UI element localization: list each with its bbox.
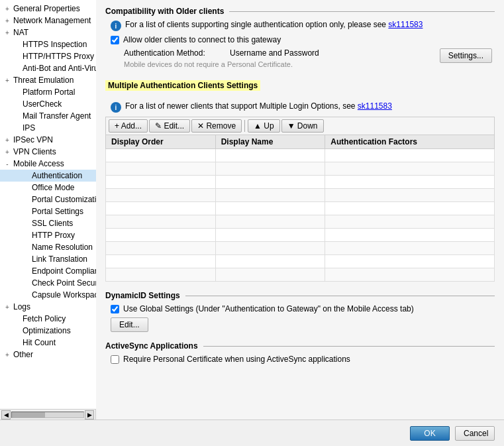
bottom-bar: OK Cancel [0,419,504,446]
dynamicid-section: DynamicID Settings Use Global Settings (… [105,291,495,332]
table-row [106,162,495,176]
edit-button[interactable]: ✎ Edit... [149,119,190,133]
col-display-order: Display Order [106,135,216,149]
sidebar-item-name-resolution[interactable]: Name Resolution [0,241,96,253]
auth-method-row: Authentication Method: Username and Pass… [105,48,319,58]
sidebar-item-platform-portal[interactable]: Platform Portal [0,86,96,98]
sidebar-item-ipsec-vpn[interactable]: + IPSec VPN [0,134,96,146]
activesync-section: ActiveSync Applications Require Personal… [105,341,495,364]
sidebar-item-ssl-clients[interactable]: SSL Clients [0,217,96,229]
sidebar-item-threat-emulation[interactable]: + Threat Emulation [0,74,96,86]
info-icon-2: i [111,102,121,113]
scroll-track[interactable] [11,412,84,418]
table-row [106,268,495,282]
require-personal-cert-row: Require Personal Certificate when using … [105,355,495,364]
col-auth-factors: Authentication Factors [325,135,495,149]
sidebar-item-portal-customization[interactable]: Portal Customization [0,194,96,205]
sidebar-item-capsule-workspace[interactable]: Capsule Workspac... [0,289,96,301]
sidebar-item-ips[interactable]: IPS [0,122,96,134]
info-icon-1: i [111,21,121,31]
toolbar-separator [244,120,245,132]
table-row [106,149,495,162]
scroll-left-arrow[interactable]: ◀ [1,410,11,419]
dynamicid-title: DynamicID Settings [105,291,495,300]
sidebar-item-checkpoint-secure[interactable]: Check Point Secur... [0,277,96,289]
expander-icon: + [3,76,12,85]
sidebar-item-antibot[interactable]: Anti-Bot and Anti-Virus [0,62,96,74]
sidebar-item-http-proxy[interactable]: HTTP Proxy [0,229,96,241]
sidebar-item-network-mgmt[interactable]: + Network Management [0,15,96,27]
table-row [106,242,495,255]
allow-older-clients-label: Allow older clients to connect to this g… [123,35,281,44]
require-personal-cert-label: Require Personal Certificate when using … [123,355,350,364]
use-global-settings-label: Use Global Settings (Under "Authenticati… [123,304,414,313]
sidebar-item-mail-transfer[interactable]: Mail Transfer Agent [0,110,96,122]
auth-method-value: Username and Password [230,48,319,58]
col-display-name: Display Name [215,135,325,149]
remove-button[interactable]: ✕ Remove [191,119,242,133]
table-row [106,189,495,202]
expander-icon: + [3,350,12,359]
sidebar-item-portal-settings[interactable]: Portal Settings [0,205,96,217]
sidebar-hscroll: ◀ ▶ [0,409,95,419]
sidebar-item-general-props[interactable]: + General Properties [0,3,96,15]
cancel-button[interactable]: Cancel [455,426,495,441]
expander-icon: + [3,4,12,13]
expander-icon: + [3,147,12,156]
expander-icon: + [3,28,12,37]
info-row-2: i For a list of newer clients that suppo… [105,101,495,113]
settings-button[interactable]: Settings... [440,48,492,63]
sidebar-item-http-https-proxy[interactable]: HTTP/HTTPS Proxy [0,50,96,62]
sk111583-link-1[interactable]: sk111583 [388,20,423,29]
table-row [106,215,495,229]
scroll-thumb[interactable] [12,412,45,418]
activesync-title: ActiveSync Applications [105,341,495,351]
auth-method-label: Authentication Method: [124,48,230,58]
up-button[interactable]: ▲ Up [248,119,280,133]
info-text-2: For a list of newer clients that support… [125,101,392,111]
expander-icon: - [3,159,12,168]
auth-table: Display Order Display Name Authenticatio… [105,135,495,282]
sidebar-item-optimizations[interactable]: Optimizations [0,325,96,337]
add-button[interactable]: + Add... [109,119,148,133]
compatibility-title: Compatibility with Older clients [105,7,495,16]
sidebar-item-endpoint-compliance[interactable]: Endpoint Complian... [0,265,96,277]
mobile-note: Mobile devices do not require a Personal… [105,60,319,68]
sidebar-item-usercheck[interactable]: UserCheck [0,98,96,110]
expander-icon: + [3,16,12,25]
sidebar-item-fetch-policy[interactable]: Fetch Policy [0,313,96,325]
table-row [106,176,495,189]
sidebar-item-office-mode[interactable]: Office Mode [0,182,96,194]
sk111583-link-2[interactable]: sk111583 [358,101,392,111]
require-personal-cert-checkbox[interactable] [111,355,119,364]
sidebar-item-https-inspection[interactable]: HTTPS Inspection [0,38,96,50]
expander-icon: + [3,302,12,311]
dynamicid-edit-button[interactable]: Edit... [111,317,148,332]
multi-auth-section: Multiple Authentication Clients Settings… [105,80,495,282]
table-toolbar: + Add... ✎ Edit... ✕ Remove ▲ Up ▼ Down [105,117,495,135]
sidebar-item-nat[interactable]: + NAT [0,27,96,38]
use-global-settings-checkbox[interactable] [111,305,119,313]
table-row [106,202,495,215]
sidebar-item-link-translation[interactable]: Link Translation [0,253,96,265]
sidebar-item-hit-count[interactable]: Hit Count [0,337,96,349]
allow-older-clients-row: Allow older clients to connect to this g… [105,35,495,44]
sidebar-item-authentication[interactable]: Authentication [0,170,96,182]
allow-older-clients-checkbox[interactable] [111,36,119,44]
table-row [106,229,495,242]
sidebar-item-vpn-clients[interactable]: + VPN Clients [0,146,96,158]
sidebar: + General Properties + Network Managemen… [0,0,96,409]
sidebar-item-other[interactable]: + Other [0,349,96,361]
expander-icon: + [3,135,12,144]
info-row-1: i For a list of clients supporting singl… [105,20,495,31]
table-row [106,255,495,268]
use-global-settings-row: Use Global Settings (Under "Authenticati… [105,304,495,313]
compatibility-section: Compatibility with Older clients i For a… [105,7,495,71]
main-content: Compatibility with Older clients i For a… [96,0,504,419]
sidebar-item-logs[interactable]: + Logs [0,301,96,313]
info-text-1: For a list of clients supporting single … [125,20,423,29]
down-button[interactable]: ▼ Down [281,119,324,133]
sidebar-item-mobile-access[interactable]: - Mobile Access [0,158,96,170]
ok-button[interactable]: OK [410,426,450,441]
scroll-right-arrow[interactable]: ▶ [85,410,94,419]
